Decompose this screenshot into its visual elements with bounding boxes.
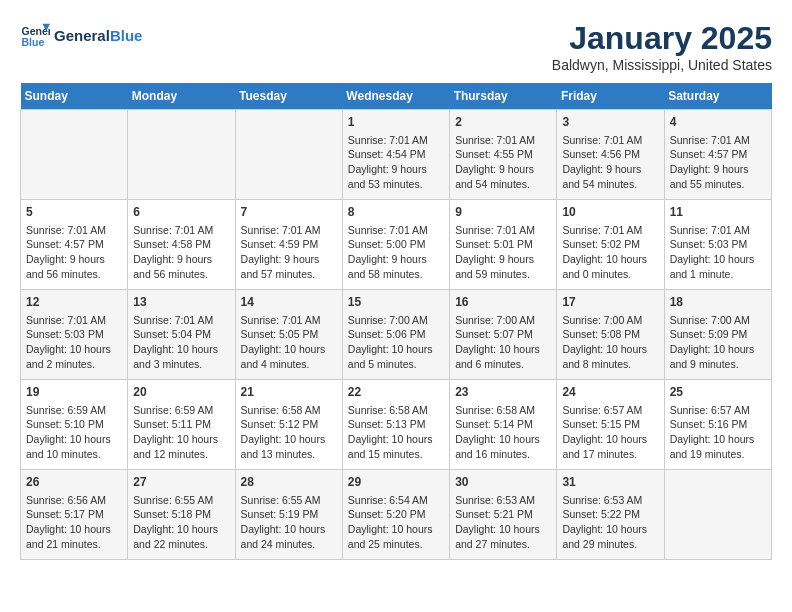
cell-text: Daylight: 10 hours — [670, 252, 766, 267]
cell-text: Daylight: 9 hours — [455, 162, 551, 177]
cell-text: Sunrise: 7:01 AM — [241, 313, 337, 328]
cell-text: Sunset: 5:18 PM — [133, 507, 229, 522]
cell-text: Sunrise: 6:58 AM — [241, 403, 337, 418]
day-number: 21 — [241, 384, 337, 401]
cell-text: Daylight: 10 hours — [26, 522, 122, 537]
cell-text: Sunset: 5:03 PM — [670, 237, 766, 252]
calendar-cell: 11Sunrise: 7:01 AMSunset: 5:03 PMDayligh… — [664, 200, 771, 290]
cell-text: and 56 minutes. — [26, 267, 122, 282]
cell-text: Sunset: 5:05 PM — [241, 327, 337, 342]
calendar-cell: 4Sunrise: 7:01 AMSunset: 4:57 PMDaylight… — [664, 110, 771, 200]
cell-text: and 16 minutes. — [455, 447, 551, 462]
cell-text: and 4 minutes. — [241, 357, 337, 372]
cell-text: and 2 minutes. — [26, 357, 122, 372]
cell-text: and 0 minutes. — [562, 267, 658, 282]
day-number: 20 — [133, 384, 229, 401]
cell-text: Daylight: 10 hours — [562, 522, 658, 537]
cell-text: Sunrise: 6:55 AM — [133, 493, 229, 508]
cell-text: Sunset: 5:11 PM — [133, 417, 229, 432]
cell-text: Sunrise: 7:01 AM — [241, 223, 337, 238]
cell-text: Daylight: 9 hours — [348, 162, 444, 177]
cell-text: Sunrise: 7:01 AM — [562, 223, 658, 238]
calendar-cell: 17Sunrise: 7:00 AMSunset: 5:08 PMDayligh… — [557, 290, 664, 380]
cell-text: Sunrise: 6:54 AM — [348, 493, 444, 508]
cell-text: Sunrise: 6:56 AM — [26, 493, 122, 508]
calendar-cell — [128, 110, 235, 200]
cell-text: Daylight: 10 hours — [348, 522, 444, 537]
cell-text: Sunset: 5:20 PM — [348, 507, 444, 522]
calendar-cell: 22Sunrise: 6:58 AMSunset: 5:13 PMDayligh… — [342, 380, 449, 470]
cell-text: Daylight: 9 hours — [241, 252, 337, 267]
calendar-week-2: 5Sunrise: 7:01 AMSunset: 4:57 PMDaylight… — [21, 200, 772, 290]
cell-text: and 57 minutes. — [241, 267, 337, 282]
cell-text: Sunset: 5:16 PM — [670, 417, 766, 432]
calendar-cell: 5Sunrise: 7:01 AMSunset: 4:57 PMDaylight… — [21, 200, 128, 290]
cell-text: Daylight: 9 hours — [562, 162, 658, 177]
cell-text: Daylight: 10 hours — [133, 342, 229, 357]
day-number: 15 — [348, 294, 444, 311]
cell-text: Sunset: 5:01 PM — [455, 237, 551, 252]
calendar-cell: 26Sunrise: 6:56 AMSunset: 5:17 PMDayligh… — [21, 470, 128, 560]
calendar-cell: 25Sunrise: 6:57 AMSunset: 5:16 PMDayligh… — [664, 380, 771, 470]
cell-text: Sunset: 5:04 PM — [133, 327, 229, 342]
day-header-friday: Friday — [557, 83, 664, 110]
cell-text: Sunset: 4:58 PM — [133, 237, 229, 252]
day-header-monday: Monday — [128, 83, 235, 110]
calendar-cell: 14Sunrise: 7:01 AMSunset: 5:05 PMDayligh… — [235, 290, 342, 380]
day-number: 1 — [348, 114, 444, 131]
cell-text: and 58 minutes. — [348, 267, 444, 282]
cell-text: Daylight: 10 hours — [133, 522, 229, 537]
cell-text: Sunset: 4:59 PM — [241, 237, 337, 252]
cell-text: Daylight: 10 hours — [455, 432, 551, 447]
cell-text: Sunrise: 6:58 AM — [348, 403, 444, 418]
logo: General Blue GeneralBlue — [20, 20, 142, 50]
calendar-cell — [664, 470, 771, 560]
day-number: 24 — [562, 384, 658, 401]
cell-text: Daylight: 9 hours — [348, 252, 444, 267]
location: Baldwyn, Mississippi, United States — [552, 57, 772, 73]
cell-text: and 27 minutes. — [455, 537, 551, 552]
cell-text: Sunset: 5:12 PM — [241, 417, 337, 432]
day-number: 26 — [26, 474, 122, 491]
calendar-cell: 1Sunrise: 7:01 AMSunset: 4:54 PMDaylight… — [342, 110, 449, 200]
cell-text: Daylight: 10 hours — [26, 432, 122, 447]
day-number: 17 — [562, 294, 658, 311]
day-number: 6 — [133, 204, 229, 221]
cell-text: Sunset: 5:03 PM — [26, 327, 122, 342]
cell-text: Daylight: 9 hours — [670, 162, 766, 177]
cell-text: Daylight: 10 hours — [670, 342, 766, 357]
cell-text: Daylight: 10 hours — [133, 432, 229, 447]
calendar-cell: 30Sunrise: 6:53 AMSunset: 5:21 PMDayligh… — [450, 470, 557, 560]
day-number: 16 — [455, 294, 551, 311]
cell-text: Daylight: 10 hours — [348, 342, 444, 357]
day-header-wednesday: Wednesday — [342, 83, 449, 110]
cell-text: Sunrise: 6:53 AM — [562, 493, 658, 508]
calendar-table: SundayMondayTuesdayWednesdayThursdayFrid… — [20, 83, 772, 560]
cell-text: Sunrise: 7:01 AM — [455, 223, 551, 238]
logo-blue: Blue — [110, 27, 143, 44]
day-header-tuesday: Tuesday — [235, 83, 342, 110]
cell-text: Sunrise: 7:01 AM — [26, 313, 122, 328]
cell-text: Sunrise: 6:57 AM — [562, 403, 658, 418]
cell-text: and 6 minutes. — [455, 357, 551, 372]
cell-text: and 15 minutes. — [348, 447, 444, 462]
cell-text: Sunset: 5:22 PM — [562, 507, 658, 522]
calendar-cell: 9Sunrise: 7:01 AMSunset: 5:01 PMDaylight… — [450, 200, 557, 290]
cell-text: Daylight: 10 hours — [241, 522, 337, 537]
calendar-body: 1Sunrise: 7:01 AMSunset: 4:54 PMDaylight… — [21, 110, 772, 560]
day-number: 29 — [348, 474, 444, 491]
cell-text: Sunset: 4:54 PM — [348, 147, 444, 162]
cell-text: and 22 minutes. — [133, 537, 229, 552]
cell-text: Sunset: 5:14 PM — [455, 417, 551, 432]
day-number: 25 — [670, 384, 766, 401]
cell-text: and 53 minutes. — [348, 177, 444, 192]
cell-text: Sunset: 4:55 PM — [455, 147, 551, 162]
cell-text: Sunset: 5:15 PM — [562, 417, 658, 432]
cell-text: Sunset: 5:13 PM — [348, 417, 444, 432]
calendar-cell: 28Sunrise: 6:55 AMSunset: 5:19 PMDayligh… — [235, 470, 342, 560]
day-number: 14 — [241, 294, 337, 311]
cell-text: Daylight: 10 hours — [26, 342, 122, 357]
day-number: 27 — [133, 474, 229, 491]
cell-text: and 8 minutes. — [562, 357, 658, 372]
calendar-cell: 20Sunrise: 6:59 AMSunset: 5:11 PMDayligh… — [128, 380, 235, 470]
